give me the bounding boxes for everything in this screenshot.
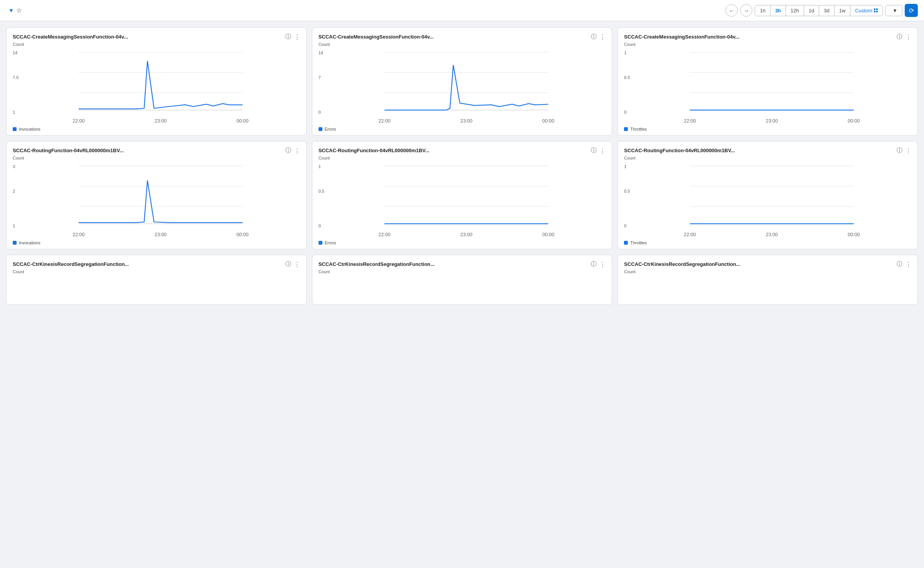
y-axis-label: Count [13, 42, 300, 47]
chart-svg: 22:0023:0000:00 [632, 47, 911, 124]
svg-text:00:00: 00:00 [236, 232, 248, 237]
chart-svg-wrapper: 22:0023:0000:00 [632, 161, 911, 238]
chart-area: 14 7.5 1 22:0023:0000:00 [13, 47, 300, 124]
time-navigation: ← → 1h 3h 12h 1d 3d 1w Custom ▼ ⟳ [725, 4, 918, 17]
card-actions: ⓘ ⋮ [285, 33, 300, 40]
y-max-label: 1 [624, 164, 626, 169]
time-custom-button[interactable]: Custom [850, 5, 882, 16]
card-actions: ⓘ ⋮ [591, 260, 605, 268]
card-header: SCCAC-CtrKinesisRecordSegregationFunctio… [13, 260, 300, 268]
svg-text:00:00: 00:00 [848, 118, 860, 124]
chart-svg-wrapper: 22:0023:0000:00 [327, 161, 606, 238]
card-header: SCCAC-RoutingFunction-04vRL000000m1BV...… [13, 147, 300, 154]
y-axis-label: Count [13, 156, 300, 160]
time-1h-button[interactable]: 1h [755, 5, 770, 16]
info-icon[interactable]: ⓘ [591, 33, 597, 40]
y-axis-label: Count [624, 269, 911, 274]
more-icon[interactable]: ⋮ [600, 261, 605, 268]
more-icon[interactable]: ⋮ [905, 147, 911, 154]
svg-text:00:00: 00:00 [848, 232, 860, 237]
card-header: SCCAC-RoutingFunction-04vRL000000m1BV...… [624, 147, 911, 154]
info-icon[interactable]: ⓘ [285, 260, 291, 268]
card-actions: ⓘ ⋮ [897, 33, 911, 40]
chart-legend: Throttles [624, 127, 911, 131]
y-axis-label: Count [624, 156, 911, 160]
chart-legend: Invocations [13, 127, 300, 131]
chart-card-c8: SCCAC-CtrKinesisRecordSegregationFunctio… [312, 255, 612, 305]
card-actions: ⓘ ⋮ [897, 147, 911, 154]
more-icon[interactable]: ⋮ [294, 261, 300, 268]
chart-card-c2: SCCAC-CreateMessagingSessionFunction-04v… [312, 27, 612, 136]
card-actions: ⓘ ⋮ [591, 33, 605, 40]
timezone-button[interactable]: ▼ [885, 5, 902, 16]
card-title: SCCAC-CtrKinesisRecordSegregationFunctio… [13, 261, 129, 267]
legend-label: Throttles [630, 127, 647, 131]
time-12h-button[interactable]: 12h [786, 5, 804, 16]
chart-svg: 22:0023:0000:00 [632, 161, 911, 238]
chart-area: 1 0.5 0 22:0023:0000:00 [624, 161, 911, 238]
chart-area: 14 7 0 22:0023:0000:00 [319, 47, 606, 124]
refresh-button[interactable]: ⟳ [905, 4, 918, 17]
y-max-label: 1 [319, 164, 321, 169]
card-header: SCCAC-CreateMessagingSessionFunction-04v… [13, 33, 300, 40]
y-min-label: 0 [624, 224, 626, 228]
svg-text:23:00: 23:00 [460, 118, 472, 124]
y-max-label: 14 [319, 50, 323, 55]
info-icon[interactable]: ⓘ [285, 33, 291, 40]
more-icon[interactable]: ⋮ [600, 147, 605, 154]
nav-back-button[interactable]: ← [725, 4, 738, 17]
info-icon[interactable]: ⓘ [897, 33, 902, 40]
chart-card-c5: SCCAC-RoutingFunction-04vRL000000m1BV...… [312, 141, 612, 249]
time-1w-button[interactable]: 1w [835, 5, 851, 16]
nav-forward-button[interactable]: → [740, 4, 752, 17]
card-actions: ⓘ ⋮ [591, 147, 605, 154]
more-icon[interactable]: ⋮ [294, 34, 300, 40]
chart-svg: 22:0023:0000:00 [21, 47, 300, 124]
legend-color-dot [319, 241, 322, 245]
y-axis-label: Count [319, 269, 606, 274]
legend-label: Errors [325, 127, 336, 131]
chart-card-c4: SCCAC-RoutingFunction-04vRL000000m1BV...… [6, 141, 307, 249]
info-icon[interactable]: ⓘ [591, 260, 597, 268]
more-icon[interactable]: ⋮ [905, 261, 911, 268]
y-axis-label: Count [624, 42, 911, 47]
svg-text:23:00: 23:00 [155, 118, 167, 124]
chart-card-c7: SCCAC-CtrKinesisRecordSegregationFunctio… [6, 255, 307, 305]
y-mid-label: 2 [13, 189, 15, 193]
y-mid-label: 7 [319, 75, 321, 80]
legend-color-dot [624, 241, 628, 245]
time-1d-button[interactable]: 1d [804, 5, 819, 16]
y-axis-label: Count [319, 42, 606, 47]
more-icon[interactable]: ⋮ [600, 34, 605, 40]
timezone-dropdown-icon: ▼ [892, 8, 897, 13]
card-actions: ⓘ ⋮ [897, 260, 911, 268]
card-title: SCCAC-CreateMessagingSessionFunction-04v… [319, 34, 434, 40]
more-icon[interactable]: ⋮ [905, 34, 911, 40]
info-icon[interactable]: ⓘ [285, 147, 291, 154]
chart-card-c1: SCCAC-CreateMessagingSessionFunction-04v… [6, 27, 307, 136]
time-3d-button[interactable]: 3d [819, 5, 834, 16]
more-icon[interactable]: ⋮ [294, 147, 300, 154]
card-header: SCCAC-CtrKinesisRecordSegregationFunctio… [319, 260, 606, 268]
svg-text:22:00: 22:00 [73, 232, 84, 237]
dashboard-grid: SCCAC-CreateMessagingSessionFunction-04v… [0, 21, 924, 311]
legend-label: Throttles [630, 240, 647, 245]
card-title: SCCAC-RoutingFunction-04vRL000000m1BV... [624, 148, 735, 153]
chart-svg-wrapper: 22:0023:0000:00 [21, 47, 300, 124]
info-icon[interactable]: ⓘ [897, 147, 902, 154]
time-3h-button[interactable]: 3h [771, 5, 786, 16]
y-min-label: 1 [13, 110, 15, 114]
y-min-label: 1 [13, 224, 15, 228]
svg-text:00:00: 00:00 [542, 118, 554, 124]
y-axis-label: Count [13, 269, 300, 274]
favorite-icon[interactable]: ☆ [16, 7, 22, 14]
y-max-label: 14 [13, 50, 17, 55]
legend-color-dot [13, 127, 17, 131]
title-dropdown-icon[interactable]: ▼ [8, 7, 14, 13]
card-header: SCCAC-CtrKinesisRecordSegregationFunctio… [624, 260, 911, 268]
legend-color-dot [624, 127, 628, 131]
svg-text:23:00: 23:00 [766, 232, 778, 237]
info-icon[interactable]: ⓘ [897, 260, 902, 268]
info-icon[interactable]: ⓘ [591, 147, 597, 154]
y-min-label: 0 [319, 110, 321, 114]
